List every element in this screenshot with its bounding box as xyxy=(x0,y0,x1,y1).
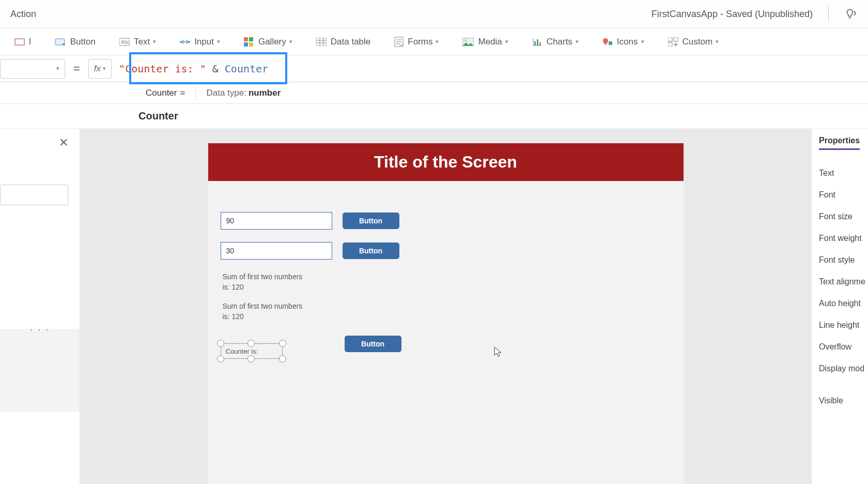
chevron-down-icon: ▾ xyxy=(436,38,439,45)
formula-result-bar: Counter = Data type: number xyxy=(0,82,868,104)
resize-handle[interactable] xyxy=(279,355,286,362)
ribbon-item-text: Data table xyxy=(331,37,371,47)
gallery-icon xyxy=(244,37,254,47)
resize-handle[interactable] xyxy=(217,355,224,362)
divider xyxy=(195,86,196,100)
cursor-icon xyxy=(493,346,503,357)
app-save-status: FirstCanvasApp - Saved (Unpublished) xyxy=(652,9,813,20)
ribbon-item-text: Input xyxy=(194,37,214,47)
properties-panel: Properties Text Font Font size Font weig… xyxy=(811,129,868,484)
ribbon-button-control[interactable]: Button xyxy=(48,34,103,50)
ribbon-item-text: Text xyxy=(134,37,150,47)
prop-font-weight[interactable]: Font weight xyxy=(819,228,868,249)
fx-button[interactable]: fx ▾ xyxy=(88,59,112,79)
more-options[interactable]: · · · xyxy=(0,329,80,412)
sum-label-1: Sum of first two numbers is: 120 xyxy=(223,272,305,292)
formula-input[interactable]: "Counter is: " & Counter xyxy=(119,63,268,75)
canvas-area[interactable]: Title of the Screen Button Button Sum of… xyxy=(80,129,811,484)
text-icon: Abc xyxy=(119,38,130,46)
svg-text:Abc: Abc xyxy=(121,39,130,45)
icons-icon xyxy=(602,37,613,47)
ribbon-input[interactable]: Input ▾ xyxy=(173,34,227,50)
svg-point-5 xyxy=(188,41,190,43)
prop-line-height[interactable]: Line height xyxy=(819,314,868,336)
ribbon-media[interactable]: Media ▾ xyxy=(455,34,515,50)
canvas-button-1[interactable]: Button xyxy=(343,213,399,229)
prop-font-style[interactable]: Font style xyxy=(819,249,868,271)
resize-handle[interactable] xyxy=(279,340,286,347)
formula-operator: & xyxy=(206,63,225,75)
chevron-down-icon: ▾ xyxy=(217,38,220,45)
equals-sign: = xyxy=(73,62,80,75)
sum-label-2: Sum of first two numbers is: 120 xyxy=(223,301,305,322)
svg-rect-19 xyxy=(674,37,678,41)
breadcrumb: Counter xyxy=(0,104,868,129)
text-input-2[interactable] xyxy=(221,242,332,260)
ribbon-item-text: Icons xyxy=(617,37,638,47)
resize-handle[interactable] xyxy=(247,355,255,362)
workspace: ✕ · · · Title of the Screen Button Butto… xyxy=(0,129,868,484)
ribbon-custom[interactable]: Custom ▾ xyxy=(661,34,726,50)
formula-variable: Counter xyxy=(225,63,268,75)
app-screen: Title of the Screen Button Button Sum of… xyxy=(208,143,684,484)
tree-view-panel: ✕ · · · xyxy=(0,129,80,484)
properties-tab[interactable]: Properties xyxy=(819,136,860,150)
prop-auto-height[interactable]: Auto height xyxy=(819,293,868,314)
app-checker-icon[interactable] xyxy=(844,7,858,21)
insert-ribbon: l Button Abc Text ▾ Input ▾ Gallery ▾ Da… xyxy=(0,28,868,55)
svg-rect-18 xyxy=(668,37,672,41)
chevron-down-icon: ▾ xyxy=(716,38,719,45)
ribbon-item-text: Forms xyxy=(408,37,432,47)
fx-label: fx xyxy=(94,64,101,74)
svg-rect-6 xyxy=(244,37,248,41)
tree-search-input[interactable] xyxy=(0,185,68,205)
property-dropdown[interactable]: ▾ xyxy=(0,59,65,79)
ribbon-forms[interactable]: Forms ▾ xyxy=(387,34,446,50)
text-input-1[interactable] xyxy=(221,212,332,230)
formula-bar: ▾ = fx ▾ "Counter is: " & Counter xyxy=(0,55,868,82)
prop-overflow[interactable]: Overflow xyxy=(819,336,868,358)
prop-font[interactable]: Font xyxy=(819,184,868,206)
ribbon-item-text: Media xyxy=(478,37,502,47)
data-type-label: Data type: xyxy=(206,88,246,98)
custom-icon xyxy=(668,37,678,47)
screen-title-label: Title of the Screen xyxy=(208,143,684,181)
ribbon-data-table[interactable]: Data table xyxy=(309,34,378,50)
divider xyxy=(828,6,829,22)
canvas-button-3[interactable]: Button xyxy=(345,336,401,352)
resize-handle[interactable] xyxy=(247,340,255,347)
chevron-down-icon: ▾ xyxy=(576,38,579,45)
counter-label-text: Counter is: xyxy=(221,347,258,355)
prop-text[interactable]: Text xyxy=(819,162,868,184)
selected-counter-label[interactable]: Counter is: xyxy=(221,340,283,362)
prop-font-size[interactable]: Font size xyxy=(819,206,868,228)
chevron-down-icon: ▾ xyxy=(641,38,644,45)
ribbon-label-control[interactable]: l xyxy=(7,34,38,50)
resize-handle[interactable] xyxy=(217,340,224,347)
ribbon-icons[interactable]: Icons ▾ xyxy=(595,34,652,50)
close-icon[interactable]: ✕ xyxy=(59,136,68,149)
tab-action[interactable]: Action xyxy=(10,9,36,20)
prop-text-alignment[interactable]: Text alignme xyxy=(819,271,868,293)
input-icon xyxy=(180,38,190,46)
ribbon-item-text: Custom xyxy=(683,37,713,47)
svg-rect-7 xyxy=(249,37,253,41)
variable-name: Counter xyxy=(146,88,177,98)
ribbon-text[interactable]: Abc Text ▾ xyxy=(112,34,163,50)
svg-rect-14 xyxy=(534,41,536,46)
data-type-value: number xyxy=(249,88,281,98)
ribbon-item-text: Charts xyxy=(547,37,572,47)
media-icon xyxy=(462,38,474,46)
ribbon-gallery[interactable]: Gallery ▾ xyxy=(237,34,300,50)
canvas-button-2[interactable]: Button xyxy=(343,243,399,259)
title-bar: Action FirstCanvasApp - Saved (Unpublish… xyxy=(0,0,868,28)
svg-rect-8 xyxy=(244,42,248,47)
ribbon-charts[interactable]: Charts ▾ xyxy=(525,34,586,50)
equals: = xyxy=(180,88,185,98)
charts-icon xyxy=(532,37,542,47)
svg-rect-17 xyxy=(609,41,612,45)
prop-display-mode[interactable]: Display mod xyxy=(819,358,868,380)
chevron-down-icon: ▾ xyxy=(103,65,106,72)
svg-rect-15 xyxy=(537,39,538,46)
prop-visible[interactable]: Visible xyxy=(819,390,868,412)
